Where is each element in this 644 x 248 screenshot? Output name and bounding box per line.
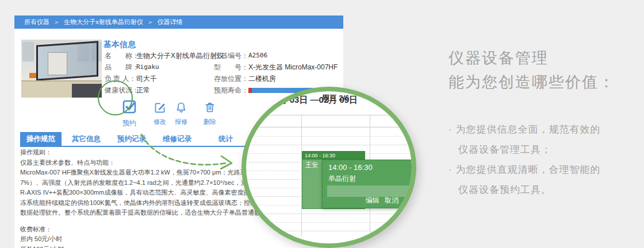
bell-icon [175, 102, 187, 113]
field-label-lifespan: 预期寿命： [214, 86, 248, 95]
field-label-brand: 品 牌： [105, 63, 139, 72]
photo-glass-enclosure [36, 41, 98, 81]
grid-line [241, 145, 416, 145]
field-value-model: X-光发生器 MicroMax-007HF [248, 63, 338, 72]
field-value-name: 生物大分子X射线单晶衍射仪 [136, 51, 224, 61]
breadcrumb: 所有仪器 ＞ 生物大分子x射线单晶衍射仪 ＞ 仪器详情 [14, 16, 343, 29]
popup-actions: 编辑 取消 [362, 196, 398, 206]
equipment-photo [21, 40, 102, 98]
aside-bullets: · 为您提供信息全面，规范有效的 仪器设备管理工具； · 为您提供直观清晰，合理… [448, 119, 641, 200]
aside-heading-line2: 能为您创造哪些价值： [448, 70, 641, 94]
delete-button[interactable]: 删除 [194, 102, 226, 126]
reserve-highlight-circle [98, 80, 133, 115]
reserve-label: 预约 [113, 118, 145, 128]
field-value-serial: A2506 [248, 52, 267, 59]
tab-operation-spec[interactable]: 操作规范 [20, 132, 62, 146]
day-header-wed: 周三 2/6 [301, 93, 370, 103]
field-label-serial: 仪器编号： [214, 51, 248, 61]
calendar-magnifier: 02月 03日 —02月 09日 周二 2/5 周三 2/6 周四 14:00 … [241, 87, 416, 248]
calendar-day-header-row [241, 115, 416, 127]
grid-line [241, 136, 416, 137]
event-popup: 14:00 - 16:30 单晶衍射 编辑 取消 [322, 160, 416, 208]
tab-statistics[interactable]: 统计 [212, 132, 239, 146]
tab-repair-records[interactable]: 维修记录 [156, 132, 198, 146]
breadcrumb-separator: ＞ [53, 18, 60, 25]
day-header-thu: 周四 [370, 93, 416, 103]
tab-other-info[interactable]: 其它信息 [66, 132, 107, 146]
grid-line [241, 222, 416, 223]
breadcrumb-instrument-name[interactable]: 生物大分子x射线单晶衍射仪 [64, 18, 143, 25]
photo-window [22, 42, 34, 61]
value-proposition-panel: 仪器设备管理 能为您创造哪些价值： · 为您提供信息全面，规范有效的 仪器设备管… [448, 46, 641, 200]
event-time: 14:00 - 16:30 [302, 152, 365, 160]
breadcrumb-separator: ＞ [147, 18, 154, 25]
doc-line-fee-external: 所外100元/小时 [20, 245, 340, 248]
bullet-line: 仪器设备预约工具。 [448, 180, 641, 200]
field-label-name: 名 称： [105, 51, 139, 61]
delete-label: 删除 [194, 118, 226, 126]
popup-inner-panel [327, 185, 416, 197]
photo-orange-detail [29, 73, 36, 78]
tab-reservations[interactable]: 预约记录 [111, 132, 152, 146]
popup-title: 单晶衍射 [323, 172, 416, 184]
bullet-line: 仪器设备管理工具； [448, 140, 641, 160]
breadcrumb-detail: 仪器详情 [158, 18, 183, 25]
grid-line [241, 214, 416, 214]
basic-info-title: 基本信息 [103, 40, 136, 50]
field-value-location: 二楼机房 [248, 74, 276, 84]
report-repair-button[interactable]: 报修 [165, 102, 197, 126]
edit-icon [154, 102, 166, 113]
popup-cancel-button[interactable]: 取消 [385, 196, 398, 204]
photo-instrument-box [48, 52, 67, 75]
popup-edit-button[interactable]: 编辑 [366, 196, 379, 204]
field-label-model: 型 号： [214, 63, 248, 72]
breadcrumb-all-instruments[interactable]: 所有仪器 [24, 18, 49, 25]
field-value-health: 正常 [136, 86, 150, 95]
bullet-line: · 为您提供直观清晰，合理智能的 [448, 160, 641, 180]
bullet-line: · 为您提供信息全面，规范有效的 [448, 119, 641, 140]
field-label-location: 存放位置： [214, 74, 248, 84]
aside-heading-line1: 仪器设备管理 [448, 46, 641, 70]
field-value-brand: Rigaku [136, 63, 159, 71]
report-repair-label: 报修 [165, 118, 197, 126]
field-value-manager: 司大千 [136, 74, 157, 84]
popup-time: 14:00 - 16:30 [323, 160, 416, 172]
trash-icon [204, 102, 216, 113]
